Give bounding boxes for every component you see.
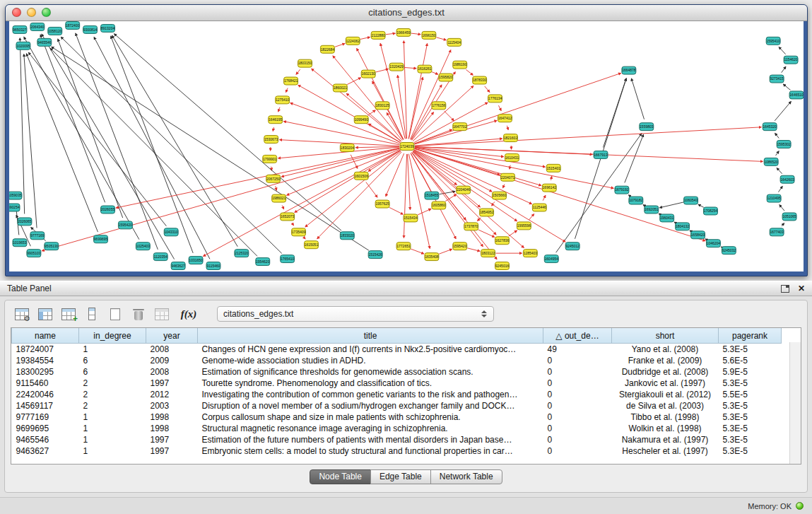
table-cell: Investigating the contribution of common… [198, 389, 543, 400]
network-window-titlebar[interactable]: citations_edges.txt [6, 5, 807, 21]
graph-edge [625, 134, 644, 182]
table-row[interactable]: 1872400712008Changes of HCN gene express… [12, 344, 782, 356]
graph-node-label: 9699695 [94, 238, 108, 241]
graph-edge [276, 186, 277, 190]
create-column-button[interactable] [60, 305, 77, 322]
close-window-button[interactable] [12, 8, 21, 17]
table-cell: Dudbridge et al. (2008) [612, 366, 719, 378]
column-header-out-de[interactable]: △ out_de… [543, 328, 612, 344]
graph-edge [24, 54, 37, 228]
table-cell: 0 [543, 411, 612, 423]
column-header-year[interactable]: year [146, 328, 198, 344]
table-cell: 5.3E-5 [719, 423, 782, 434]
graph-edge [24, 37, 139, 239]
graph-edge [498, 105, 501, 110]
graph-edge [705, 239, 707, 240]
table-row[interactable]: 946554611997Estimation of the future num… [12, 434, 782, 445]
table-cell: Wolkin et al. (1998) [612, 423, 719, 434]
import-table-button[interactable] [153, 305, 170, 322]
minimize-window-button[interactable] [27, 8, 36, 17]
table-row[interactable]: 1938455462009Genome-wide association stu… [12, 355, 782, 366]
table-cell: Tibbo et al. (1998) [612, 411, 719, 423]
graph-node-label: 1616261 [418, 67, 432, 71]
graph-node-label: 1515434 [404, 216, 418, 220]
table-cell: 1 [79, 445, 146, 457]
graph-edge [779, 205, 784, 211]
column-header-title[interactable]: title [198, 328, 543, 344]
graph-edge [414, 148, 705, 240]
show-hide-columns-icon [38, 308, 52, 320]
graph-node-label: 1830125 [375, 104, 389, 107]
table-mode-button[interactable] [13, 305, 30, 322]
table-cell: 1 [79, 344, 146, 356]
new-table-button[interactable] [107, 305, 124, 322]
table-cell: 49 [543, 344, 612, 356]
graph-node-label: 9245016 [495, 264, 510, 268]
dropdown-arrows-icon [478, 310, 493, 317]
table-row[interactable]: 1456911722003Disruption of a novel membe… [12, 400, 782, 411]
table-panel-actions [781, 284, 805, 293]
table-cell: Estimation of the future numbers of pati… [198, 434, 543, 445]
table-cell: Jankovic et al. (1997) [612, 378, 719, 389]
column-button[interactable] [83, 305, 100, 322]
delete-table-button[interactable] [130, 305, 147, 322]
table-cell: Embryonic stem cells: a model to study s… [198, 445, 543, 457]
table-row[interactable]: 946362711997Embryonic stem cells: a mode… [12, 445, 782, 457]
graph-edge [404, 154, 406, 238]
table-row[interactable]: 1830029562008Estimation of significance … [12, 366, 782, 378]
table-cell: 5.3E-5 [719, 434, 782, 445]
table-row[interactable]: 977716911998Corpus callosum shape and si… [12, 411, 782, 423]
table-cell: 5.3E-5 [719, 344, 782, 356]
graph-node-label: 1765410 [281, 257, 295, 261]
function-builder-button[interactable]: f(x) [177, 305, 201, 322]
graph-node-label: 9115460 [206, 264, 220, 268]
table-row[interactable]: 969969511998Structural magnetic resonanc… [12, 423, 782, 434]
graph-edge [286, 88, 288, 93]
graph-node-label: 1210495 [767, 197, 781, 200]
table-cell: 22420046 [12, 389, 79, 400]
table-panel-body: f(x) citations_edges.txt namein_degreeye… [4, 300, 808, 493]
graph-node-label: 1060543 [684, 199, 698, 202]
graph-node-label: 1605860 [432, 204, 446, 207]
graph-node-label: 1079182 [629, 199, 643, 202]
table-row[interactable]: 2242004622012Investigating the contribut… [12, 389, 782, 400]
close-panel-icon[interactable] [798, 284, 805, 293]
graph-edge [659, 214, 660, 214]
column-header-pagerank[interactable]: pagerank [719, 328, 782, 344]
graph-edge [305, 151, 401, 227]
tab-network-table[interactable]: Network Table [430, 469, 502, 484]
table-vertical-scrollbar[interactable] [789, 342, 801, 464]
graph-node-label: 2204046 [457, 188, 471, 192]
graph-edge [782, 223, 784, 226]
graph-edge [304, 238, 305, 239]
network-canvas[interactable]: 1724039180315017684211275410164619515306… [9, 21, 804, 271]
graph-node-label: 1615051 [305, 243, 319, 247]
graph-node-label: 1652073 [281, 215, 295, 218]
graph-edge [776, 151, 779, 156]
column-icon [88, 308, 95, 320]
graph-node-label: 1799901 [263, 158, 277, 161]
graph-node-label: 1854952 [480, 211, 494, 214]
column-header-in-degree[interactable]: in_degree [79, 328, 146, 344]
table-cell: 5.9E-5 [719, 366, 782, 378]
graph-edge [551, 176, 552, 180]
graph-node-label: 1692051 [645, 208, 659, 211]
graph-edge [436, 37, 446, 40]
graph-edge [111, 36, 193, 253]
graph-node-label: 1595302 [777, 143, 791, 146]
tab-node-table[interactable]: Node Table [310, 469, 371, 484]
column-header-short[interactable]: short [612, 328, 719, 344]
graph-node-label: 2026055 [101, 208, 115, 211]
zoom-window-button[interactable] [42, 8, 51, 17]
table-selector-dropdown[interactable]: citations_edges.txt [217, 306, 494, 322]
graph-edge [529, 214, 534, 220]
graph-edge [415, 148, 546, 167]
float-panel-icon[interactable] [781, 285, 789, 293]
graph-node-label: 1724039 [400, 145, 414, 148]
column-header-name[interactable]: name [12, 328, 79, 344]
show-hide-columns-button[interactable] [37, 305, 54, 322]
graph-node-label: 1708254 [704, 209, 718, 213]
table-cell: Hescheler et al. (1997) [612, 445, 719, 457]
table-row[interactable]: 911546021997Tourette syndrome. Phenomeno… [12, 378, 782, 389]
tab-edge-table[interactable]: Edge Table [370, 469, 431, 484]
